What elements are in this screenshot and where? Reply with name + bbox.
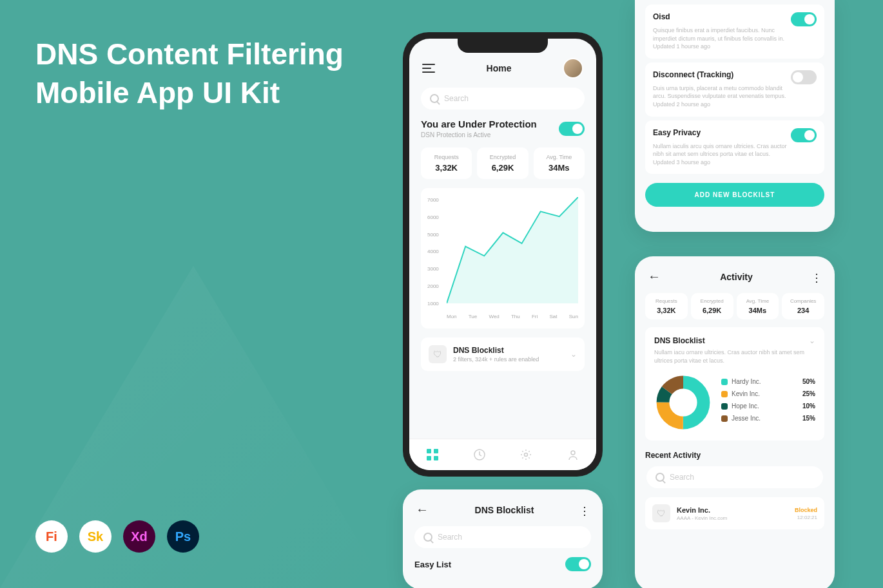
sketch-icon: Sk [79, 520, 112, 553]
add-blocklist-button[interactable]: ADD NEW BLOCKILST [645, 183, 824, 207]
search-input[interactable]: Search [421, 88, 585, 109]
easy-list-label: Easy List [414, 560, 451, 569]
shield-icon: 🛡 [652, 504, 670, 522]
menu-icon[interactable] [422, 64, 435, 73]
chevron-down-icon: ⌄ [570, 350, 577, 359]
back-icon[interactable]: ← [416, 502, 429, 517]
nav-activity-icon[interactable] [473, 448, 486, 461]
chevron-down-icon[interactable]: ⌄ [809, 336, 815, 345]
search-input[interactable]: Search [414, 526, 591, 548]
svg-point-5 [525, 453, 528, 457]
svg-point-6 [571, 451, 575, 455]
blocklist-card[interactable]: 🛡 DNS Blocklist 2 filters, 324k + rules … [421, 337, 585, 371]
search-input[interactable]: Search [646, 466, 823, 488]
protection-subtitle: DSN Protection is Active [421, 131, 537, 138]
toggle-easyprivacy[interactable] [791, 128, 817, 142]
svg-rect-3 [434, 456, 438, 460]
stat-encrypted: Encrypted6,29K [691, 293, 733, 319]
stat-companies: Companies234 [782, 293, 824, 319]
header-title: Home [487, 63, 512, 73]
shield-icon: 🛡 [429, 345, 447, 363]
blocklist-item-oisd[interactable]: Oisd Quisque finibus erat a imperdiet fa… [645, 5, 824, 59]
more-icon[interactable]: ⋯ [578, 505, 592, 515]
stat-avgtime: Avg. Time34Ms [534, 147, 585, 179]
legend-item: Kevin Inc.25% [721, 390, 815, 397]
xd-icon: Xd [123, 520, 155, 553]
status-badge: Blocked [795, 507, 817, 513]
blocklist-item-easyprivacy[interactable]: Easy Privacy Nullam iaculis arcu quis or… [645, 120, 824, 175]
dns-blocklist-card: DNS Blocklist⌄ Nullam iacu ornare ultric… [645, 327, 824, 441]
toggle-disconnect[interactable] [791, 70, 817, 84]
stat-encrypted: Encrypted6,29K [477, 147, 528, 179]
tool-icons: Fi Sk Xd Ps [35, 520, 199, 553]
search-icon [423, 533, 432, 542]
figma-icon: Fi [35, 520, 68, 553]
protection-title: You are Under Protection [421, 119, 537, 129]
back-icon[interactable]: ← [648, 269, 661, 284]
legend-item: Jesse Inc.15% [721, 415, 815, 422]
photoshop-icon: Ps [167, 520, 199, 553]
legend-item: Hardy Inc.50% [721, 378, 815, 385]
toggle-oisd[interactable] [791, 12, 817, 26]
svg-rect-2 [427, 456, 431, 460]
toggle-easylist[interactable] [565, 557, 591, 571]
nav-profile-icon[interactable] [567, 448, 579, 461]
phone-home: Home Search You are Under Protection DSN… [403, 32, 603, 477]
recent-activity-title: Recent Activity [645, 451, 824, 460]
svg-rect-0 [427, 449, 431, 453]
blocklist-panel: Oisd Quisque finibus erat a imperdiet fa… [635, 0, 835, 232]
avatar[interactable] [563, 58, 583, 79]
activity-item[interactable]: 🛡 Kevin Inc. AAAA - Kevin Inc.com Blocke… [645, 497, 824, 529]
search-icon [430, 94, 439, 103]
stat-avgtime: Avg. Time34Ms [737, 293, 779, 319]
stat-requests: Requests3,32K [645, 293, 688, 319]
blocklist-item-disconnect[interactable]: Disconnect (Tracking) Duis urna turpis, … [645, 62, 824, 117]
more-icon[interactable]: ⋯ [810, 272, 824, 281]
stat-requests: Requests3,32K [421, 147, 472, 179]
donut-chart [654, 374, 712, 432]
activity-screen: ← Activity ⋯ Requests3,32K Encrypted6,29… [635, 256, 835, 588]
nav-settings-icon[interactable] [519, 448, 532, 461]
blocklist-screen: ← DNS Blocklist ⋯ Search Easy List [403, 489, 603, 588]
nav-home-icon[interactable] [426, 448, 439, 461]
search-icon [655, 473, 665, 482]
page-title: DNS Content Filtering Mobile App UI Kit [35, 35, 344, 113]
protection-toggle[interactable] [559, 122, 585, 136]
svg-rect-1 [434, 449, 438, 453]
chart: 1000200030004000500060007000 MonTueWedTh… [421, 188, 585, 328]
legend-item: Hope Inc.10% [721, 403, 815, 410]
